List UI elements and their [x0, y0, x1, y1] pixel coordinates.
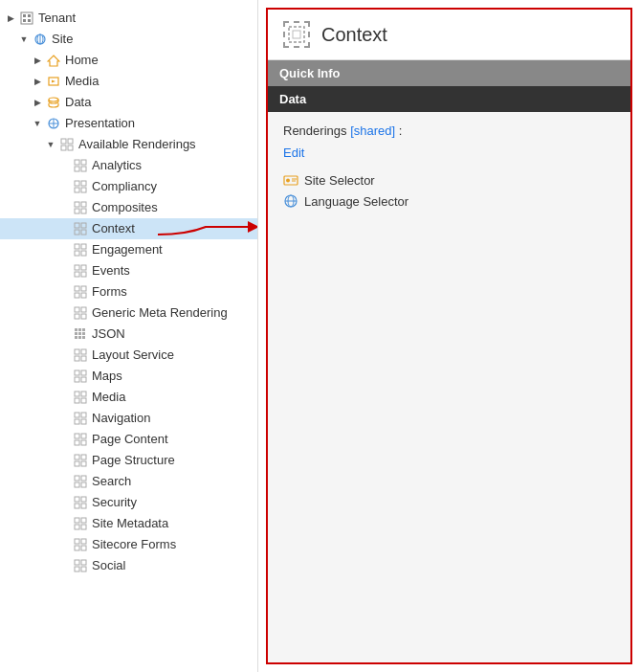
sidebar-item-tenant[interactable]: Tenant	[0, 8, 257, 29]
red-arrow	[148, 215, 258, 238]
svg-rect-41	[81, 265, 86, 270]
svg-rect-29	[75, 209, 79, 213]
svg-rect-61	[75, 349, 79, 354]
sidebar-item-site[interactable]: Site	[0, 29, 257, 50]
sidebar-item-engagement[interactable]: Engagement	[0, 239, 257, 260]
svg-rect-42	[75, 272, 79, 277]
sidebar-item-context[interactable]: Context	[0, 218, 257, 239]
svg-rect-2	[28, 14, 31, 17]
sidebar-item-presentation[interactable]: Presentation	[0, 113, 257, 134]
panel-content: Renderings [shared] : Edit Site Selector…	[268, 112, 630, 662]
sidebar-item-forms[interactable]: Forms	[0, 281, 257, 302]
sidebar-item-composites[interactable]: Composites	[0, 197, 257, 218]
svg-rect-33	[75, 230, 79, 235]
svg-rect-73	[75, 413, 79, 417]
main-panel: Context Quick Info Data Renderings [shar…	[266, 8, 632, 664]
sidebar-item-data[interactable]: Data	[0, 92, 257, 113]
panel-header: Context	[268, 10, 630, 60]
composites-icon	[73, 200, 88, 215]
sidebar-item-social[interactable]: Social	[0, 555, 257, 576]
svg-rect-105	[289, 27, 304, 42]
svg-rect-0	[21, 12, 33, 24]
sidebar-item-maps[interactable]: Maps	[0, 366, 257, 387]
sidebar-item-page-structure[interactable]: Page Structure	[0, 450, 257, 471]
toggle-available[interactable]	[44, 138, 57, 151]
toggle-tenant[interactable]	[4, 11, 17, 25]
forms-label: Forms	[92, 283, 127, 301]
site-selector-label: Site Selector	[304, 173, 375, 188]
svg-rect-21	[75, 167, 79, 171]
sitecore-forms-icon	[73, 537, 88, 552]
svg-rect-83	[75, 461, 79, 466]
sidebar-item-compliancy[interactable]: Compliancy	[0, 176, 257, 197]
svg-rect-60	[82, 336, 85, 339]
sidebar-item-analytics[interactable]: Analytics	[0, 155, 257, 176]
maps-icon	[73, 369, 88, 384]
sidebar-item-available-renderings[interactable]: Available Renderings	[0, 134, 257, 155]
svg-rect-81	[75, 455, 79, 459]
context-label: Context	[92, 220, 135, 237]
svg-rect-30	[81, 209, 86, 213]
svg-rect-99	[75, 546, 79, 550]
panel-title: Context	[321, 24, 387, 46]
svg-rect-77	[75, 434, 79, 438]
svg-rect-68	[81, 377, 86, 382]
sidebar-item-media[interactable]: Media	[0, 71, 257, 92]
svg-rect-55	[75, 332, 77, 335]
sidebar-item-page-content[interactable]: Page Content	[0, 429, 257, 450]
edit-link[interactable]: Edit	[283, 146, 615, 160]
json-icon	[73, 326, 88, 342]
sidebar-item-generic-meta[interactable]: Generic Meta Rendering	[0, 302, 257, 324]
toggle-presentation[interactable]	[31, 117, 44, 130]
svg-rect-36	[75, 244, 79, 249]
svg-rect-17	[61, 146, 66, 150]
svg-rect-16	[68, 139, 73, 144]
events-icon	[73, 263, 88, 279]
sidebar-item-layout-service[interactable]: Layout Service	[0, 345, 257, 366]
svg-rect-88	[81, 482, 86, 487]
generic-meta-icon	[73, 305, 88, 321]
search-label: Search	[92, 473, 131, 490]
media-label: Media	[65, 73, 99, 90]
svg-rect-75	[75, 419, 79, 424]
sidebar: Tenant Site Home Media Data Present	[0, 0, 258, 672]
tenant-icon	[19, 11, 34, 26]
sidebar-item-navigation[interactable]: Navigation	[0, 408, 257, 429]
svg-rect-19	[75, 160, 79, 165]
tenant-label: Tenant	[38, 10, 76, 27]
svg-rect-47	[81, 293, 86, 298]
sidebar-item-search[interactable]: Search	[0, 471, 257, 492]
svg-rect-93	[75, 518, 79, 523]
sidebar-item-sitecore-forms[interactable]: Sitecore Forms	[0, 534, 257, 555]
composites-label: Composites	[92, 199, 158, 216]
toggle-home[interactable]	[31, 54, 44, 67]
analytics-label: Analytics	[92, 157, 142, 174]
media-item-icon	[73, 390, 88, 405]
svg-rect-69	[75, 392, 79, 396]
svg-rect-92	[81, 504, 86, 508]
layout-service-label: Layout Service	[92, 347, 174, 364]
svg-rect-72	[81, 398, 86, 403]
toggle-media[interactable]	[31, 75, 44, 88]
home-label: Home	[65, 52, 99, 69]
toggle-data[interactable]	[31, 96, 44, 109]
toggle-site[interactable]	[17, 33, 31, 46]
svg-rect-59	[78, 336, 81, 339]
data-icon	[46, 95, 61, 110]
sitecore-forms-label: Sitecore Forms	[92, 536, 176, 553]
language-selector-label: Language Selector	[304, 194, 408, 209]
renderings-label: Renderings [shared] :	[283, 123, 615, 138]
page-content-icon	[73, 432, 88, 447]
sidebar-item-home[interactable]: Home	[0, 50, 257, 71]
svg-rect-74	[81, 413, 86, 417]
svg-rect-65	[75, 370, 79, 375]
sidebar-item-media-item[interactable]: Media	[0, 387, 257, 408]
sidebar-item-events[interactable]: Events	[0, 260, 257, 281]
svg-rect-62	[81, 349, 86, 354]
sidebar-item-json[interactable]: JSON	[0, 324, 257, 345]
sidebar-item-security[interactable]: Security	[0, 492, 257, 513]
sidebar-item-site-metadata[interactable]: Site Metadata	[0, 513, 257, 534]
layout-service-icon	[73, 347, 88, 363]
media-icon	[46, 74, 61, 89]
svg-marker-10	[52, 80, 55, 83]
